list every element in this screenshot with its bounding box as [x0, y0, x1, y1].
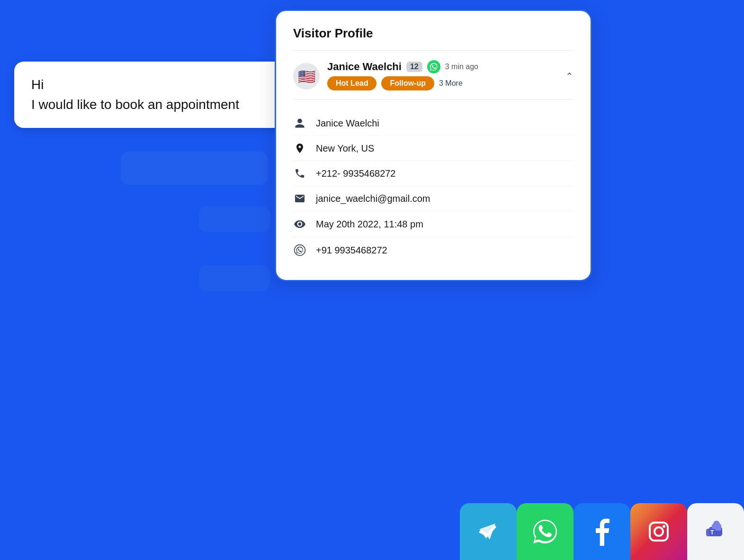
svg-point-1 [295, 245, 305, 256]
info-row-email: janice_waelchi@gmail.com [293, 186, 574, 211]
info-row-name: Janice Waelchi [293, 111, 574, 136]
count-badge: 12 [406, 62, 422, 72]
whatsapp-social-icon[interactable] [517, 503, 574, 560]
whatsapp-phone-value: +91 9935468272 [316, 245, 387, 256]
tag-hot-lead[interactable]: Hot Lead [327, 76, 376, 90]
person-icon [293, 117, 306, 129]
tags-row: Hot Lead Follow-up 3 More [327, 76, 558, 90]
tag-followup[interactable]: Follow-up [381, 76, 434, 90]
avatar: 🇺🇸 [293, 63, 320, 90]
email-icon [293, 193, 306, 204]
whatsapp-info-icon [293, 244, 306, 256]
svg-rect-2 [650, 523, 668, 541]
svg-point-0 [427, 60, 440, 73]
facebook-icon[interactable] [574, 503, 630, 560]
deco-bubble-2 [199, 206, 270, 232]
teams-icon[interactable]: T [687, 503, 744, 560]
info-section: Janice Waelchi New York, US +212- 993546… [293, 111, 574, 263]
location-icon [293, 143, 306, 154]
svg-point-7 [713, 521, 720, 527]
info-row-phone: +212- 9935468272 [293, 161, 574, 186]
visitor-profile-card: Visitor Profile 🇺🇸 Janice Waelchi 12 3 m… [275, 9, 592, 281]
svg-point-3 [654, 527, 663, 536]
info-row-lastseen: May 20th 2022, 11:48 pm [293, 211, 574, 237]
visitor-info: Janice Waelchi 12 3 min ago Hot Lead Fol… [327, 60, 558, 92]
chat-bubble: Hi I would like to book an appointment [14, 62, 284, 128]
visitor-header: 🇺🇸 Janice Waelchi 12 3 min ago Hot Lead … [293, 60, 574, 92]
telegram-icon[interactable] [460, 503, 517, 560]
email-value: janice_waelchi@gmail.com [316, 193, 430, 204]
phone-value: +212- 9935468272 [316, 168, 396, 179]
visitor-name: Janice Waelchi [327, 61, 402, 73]
deco-bubble-3 [199, 265, 270, 291]
whatsapp-header-icon [427, 60, 440, 73]
time-ago: 3 min ago [445, 63, 478, 71]
visitor-name-row: Janice Waelchi 12 3 min ago [327, 60, 558, 73]
chat-message: Hi I would like to book an appointment [31, 75, 267, 115]
social-bar: T [460, 503, 744, 560]
collapse-chevron[interactable]: ⌃ [565, 71, 574, 82]
svg-text:T: T [710, 529, 714, 536]
phone-icon [293, 168, 306, 179]
info-row-whatsapp: +91 9935468272 [293, 237, 574, 263]
instagram-icon[interactable] [630, 503, 687, 560]
card-title: Visitor Profile [293, 26, 574, 41]
deco-bubble-1 [121, 152, 268, 185]
divider-top [293, 50, 574, 51]
lastseen-value: May 20th 2022, 11:48 pm [316, 219, 423, 230]
eye-icon [293, 218, 306, 230]
info-row-location: New York, US [293, 136, 574, 161]
name-value: Janice Waelchi [316, 118, 379, 129]
divider-middle [293, 99, 574, 99]
svg-point-4 [663, 525, 665, 528]
location-value: New York, US [316, 143, 374, 154]
more-tags-link[interactable]: 3 More [439, 79, 463, 88]
